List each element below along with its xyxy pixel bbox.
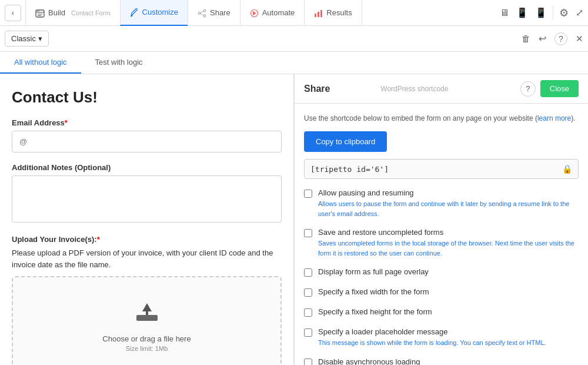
tab-customize[interactable]: Customize (120, 0, 188, 26)
invoice-description: Please upload a PDF version of your invo… (12, 247, 282, 270)
classic-dropdown[interactable]: Classic ▾ (5, 31, 49, 47)
upload-size: Size limit: 1Mb (126, 345, 168, 352)
svg-point-2 (37, 11, 38, 12)
delete-icon[interactable]: 🗑 (522, 34, 530, 44)
upload-zone[interactable]: Choose or drag a file here Size limit: 1… (12, 276, 282, 365)
svg-rect-13 (318, 12, 319, 17)
option-fixed-width-checkbox[interactable] (304, 288, 312, 297)
option-fixed-height-label: Specify a fixed height for the form (318, 307, 579, 316)
svg-line-10 (201, 14, 203, 16)
email-field-group: Email Address* (12, 118, 282, 152)
upload-icon (132, 295, 162, 330)
lock-icon: 🔒 (562, 164, 572, 174)
toolbar-icons: 🗑 ↩ ? ✕ (522, 32, 583, 45)
option-disable-async: Disable asynchronous loading Asynchronou… (304, 357, 579, 365)
svg-point-3 (38, 11, 39, 12)
option-fixed-height-content: Specify a fixed height for the form (318, 307, 579, 318)
svg-point-7 (198, 12, 201, 15)
results-icon (314, 8, 323, 18)
option-full-page-label: Display form as full page overlay (318, 267, 579, 276)
svg-rect-15 (136, 315, 158, 321)
option-loader-placeholder-label: Specify a loader placeholder message (318, 327, 579, 336)
option-loader-placeholder-desc: This message is shown while the form is … (318, 338, 579, 348)
tab-build[interactable]: Build Contact Form (25, 0, 121, 26)
invoice-label: Upload Your Invoice(s):* (12, 235, 282, 244)
second-toolbar: Classic ▾ 🗑 ↩ ? ✕ (0, 26, 588, 52)
option-pause-resume: Allow pausing and resuming Allows users … (304, 188, 579, 218)
svg-point-8 (203, 15, 206, 17)
tab-results[interactable]: Results (304, 0, 362, 26)
svg-rect-12 (315, 14, 316, 17)
sub-tabs: All without logic Test with logic (0, 52, 588, 74)
svg-point-6 (203, 9, 206, 12)
option-loader-placeholder-content: Specify a loader placeholder message Thi… (318, 327, 579, 348)
option-save-restore-content: Save and restore uncompleted forms Saves… (318, 228, 579, 258)
desktop-icon[interactable]: 🖥 (500, 8, 509, 18)
share-wp-label: WordPress shortcode (380, 85, 448, 93)
notes-textarea[interactable] (12, 175, 282, 223)
tab-build-label: Build (48, 8, 65, 17)
option-disable-async-checkbox[interactable] (304, 359, 312, 365)
option-fixed-width-label: Specify a fixed width for the form (318, 287, 579, 296)
main-layout: Contact Us! Email Address* Additional No… (0, 74, 588, 365)
option-fixed-width-content: Specify a fixed width for the form (318, 287, 579, 298)
option-full-page: Display form as full page overlay (304, 267, 579, 278)
option-fixed-height-checkbox[interactable] (304, 308, 312, 317)
share-description: Use the shortcode below to embed the for… (304, 113, 579, 124)
option-save-restore: Save and restore uncompleted forms Saves… (304, 228, 579, 258)
automate-icon (250, 8, 259, 18)
tab-all-without-logic[interactable]: All without logic (0, 52, 81, 74)
tab-test-with-logic[interactable]: Test with logic (81, 52, 157, 74)
share-panel: Share WordPress shortcode ? Close Use th… (294, 74, 588, 365)
email-label: Email Address* (12, 118, 282, 127)
help-icon[interactable]: ? (554, 32, 567, 45)
option-full-page-checkbox[interactable] (304, 268, 312, 277)
svg-line-9 (201, 11, 203, 13)
option-loader-placeholder-checkbox[interactable] (304, 328, 312, 337)
option-save-restore-desc: Saves uncompleted forms in the local sto… (318, 238, 579, 258)
option-full-page-content: Display form as full page overlay (318, 267, 579, 278)
mobile-icon[interactable]: 📱 (535, 7, 547, 18)
tablet-icon[interactable]: 📱 (516, 7, 528, 18)
option-fixed-height: Specify a fixed height for the form (304, 307, 579, 318)
tab-results-label: Results (326, 8, 352, 17)
undo-icon[interactable]: ↩ (539, 33, 546, 44)
share-help-button[interactable]: ? (520, 81, 536, 97)
expand-icon[interactable]: ⤢ (576, 7, 583, 18)
back-button[interactable]: ‹ (5, 5, 21, 21)
tab-automate[interactable]: Automate (240, 0, 305, 26)
upload-text: Choose or drag a file here (102, 334, 191, 343)
option-pause-resume-checkbox[interactable] (304, 190, 312, 198)
tab-customize-label: Customize (142, 8, 178, 16)
share-header: Share WordPress shortcode ? Close (295, 74, 588, 104)
device-icons: 🖥 📱 📱 (500, 7, 547, 18)
shortcode-row: [tripetto id='6'] 🔒 (304, 159, 579, 179)
classic-label: Classic (11, 34, 36, 43)
option-pause-resume-label: Allow pausing and resuming (318, 188, 579, 197)
option-save-restore-checkbox[interactable] (304, 229, 312, 237)
customize-icon (130, 7, 139, 18)
svg-rect-14 (320, 10, 322, 17)
share-close-button[interactable]: Close (540, 80, 579, 97)
notes-field-group: Additional Notes (Optional) (12, 163, 282, 224)
build-icon (35, 7, 45, 18)
option-pause-resume-desc: Allows users to pause the form and conti… (318, 199, 579, 218)
option-fixed-width: Specify a fixed width for the form (304, 287, 579, 298)
tab-share[interactable]: Share (188, 0, 240, 26)
copy-to-clipboard-button[interactable]: Copy to clipboard (304, 131, 387, 152)
divider (553, 6, 553, 20)
notes-label: Additional Notes (Optional) (12, 163, 282, 172)
close-icon[interactable]: ✕ (576, 34, 583, 44)
settings-icon[interactable]: ⚙ (559, 6, 569, 19)
share-nav-icon (198, 8, 206, 18)
learn-more-link[interactable]: learn more (537, 114, 571, 122)
invoice-field-group: Upload Your Invoice(s):* Please upload a… (12, 235, 282, 365)
email-required-star: * (65, 118, 68, 127)
invoice-required-star: * (97, 235, 100, 244)
option-loader-placeholder: Specify a loader placeholder message Thi… (304, 327, 579, 348)
svg-marker-16 (142, 303, 152, 315)
email-input[interactable] (12, 131, 282, 152)
share-title: Share (304, 84, 376, 94)
option-pause-resume-content: Allow pausing and resuming Allows users … (318, 188, 579, 218)
tab-share-label: Share (210, 8, 230, 17)
